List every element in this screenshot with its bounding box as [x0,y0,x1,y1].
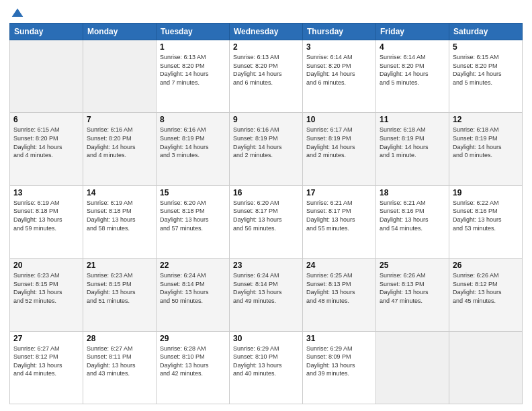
day-cell: 10Sunrise: 6:17 AM Sunset: 8:19 PM Dayli… [303,113,376,185]
week-row-3: 13Sunrise: 6:19 AM Sunset: 8:18 PM Dayli… [10,185,523,258]
day-cell: 24Sunrise: 6:25 AM Sunset: 8:13 PM Dayli… [303,259,376,331]
day-cell: 7Sunrise: 6:16 AM Sunset: 8:20 PM Daylig… [83,113,157,185]
day-number: 21 [87,261,152,270]
week-row-1: 1Sunrise: 6:13 AM Sunset: 8:20 PM Daylig… [10,40,523,113]
day-info: Sunrise: 6:13 AM Sunset: 8:20 PM Dayligh… [160,53,226,87]
page: SundayMondayTuesdayWednesdayThursdayFrid… [0,0,532,411]
day-info: Sunrise: 6:28 AM Sunset: 8:10 PM Dayligh… [160,345,226,378]
day-cell: 9Sunrise: 6:16 AM Sunset: 8:19 PM Daylig… [230,113,303,185]
day-number: 7 [87,115,152,124]
day-cell: 20Sunrise: 6:23 AM Sunset: 8:15 PM Dayli… [10,259,83,331]
day-info: Sunrise: 6:23 AM Sunset: 8:15 PM Dayligh… [87,271,152,305]
day-info: Sunrise: 6:15 AM Sunset: 8:20 PM Dayligh… [453,53,519,87]
header [9,7,523,19]
weekday-friday: Friday [376,24,449,40]
day-info: Sunrise: 6:20 AM Sunset: 8:17 PM Dayligh… [233,199,299,232]
day-number: 4 [380,42,445,52]
day-info: Sunrise: 6:16 AM Sunset: 8:19 PM Dayligh… [233,126,299,159]
day-info: Sunrise: 6:27 AM Sunset: 8:11 PM Dayligh… [87,345,152,378]
day-number: 14 [87,188,152,197]
day-number: 2 [233,42,299,52]
weekday-header-row: SundayMondayTuesdayWednesdayThursdayFrid… [10,24,523,40]
weekday-wednesday: Wednesday [230,24,303,40]
day-cell: 18Sunrise: 6:21 AM Sunset: 8:16 PM Dayli… [376,185,449,258]
day-cell: 5Sunrise: 6:15 AM Sunset: 8:20 PM Daylig… [449,40,523,113]
day-number: 22 [160,261,226,270]
day-number: 27 [13,334,79,343]
day-cell: 3Sunrise: 6:14 AM Sunset: 8:20 PM Daylig… [303,40,376,113]
day-number: 13 [13,188,79,197]
day-number: 28 [87,334,152,343]
logo-text [9,7,24,20]
day-info: Sunrise: 6:24 AM Sunset: 8:14 PM Dayligh… [160,271,226,305]
day-info: Sunrise: 6:21 AM Sunset: 8:17 PM Dayligh… [306,199,372,232]
day-info: Sunrise: 6:27 AM Sunset: 8:12 PM Dayligh… [13,345,79,378]
day-number: 31 [306,334,372,343]
day-number: 5 [453,42,519,52]
day-cell: 8Sunrise: 6:16 AM Sunset: 8:19 PM Daylig… [157,113,230,185]
week-row-4: 20Sunrise: 6:23 AM Sunset: 8:15 PM Dayli… [10,259,523,331]
day-cell: 13Sunrise: 6:19 AM Sunset: 8:18 PM Dayli… [10,185,83,258]
day-info: Sunrise: 6:26 AM Sunset: 8:13 PM Dayligh… [380,271,445,305]
logo-icon [11,7,24,20]
day-number: 17 [306,188,372,197]
day-info: Sunrise: 6:29 AM Sunset: 8:10 PM Dayligh… [233,345,299,378]
day-number: 1 [160,42,226,52]
day-number: 10 [306,115,372,124]
day-info: Sunrise: 6:29 AM Sunset: 8:09 PM Dayligh… [306,345,372,378]
day-cell: 6Sunrise: 6:15 AM Sunset: 8:20 PM Daylig… [10,113,83,185]
day-info: Sunrise: 6:17 AM Sunset: 8:19 PM Dayligh… [306,126,372,159]
day-cell: 26Sunrise: 6:26 AM Sunset: 8:12 PM Dayli… [449,259,523,331]
day-cell [10,40,83,113]
day-cell: 4Sunrise: 6:14 AM Sunset: 8:20 PM Daylig… [376,40,449,113]
day-cell [83,40,157,113]
day-cell: 31Sunrise: 6:29 AM Sunset: 8:09 PM Dayli… [303,331,376,404]
day-cell [449,331,523,404]
day-cell: 19Sunrise: 6:22 AM Sunset: 8:16 PM Dayli… [449,185,523,258]
weekday-monday: Monday [83,24,157,40]
day-number: 24 [306,261,372,270]
day-cell [376,331,449,404]
day-cell: 14Sunrise: 6:19 AM Sunset: 8:18 PM Dayli… [83,185,157,258]
day-info: Sunrise: 6:21 AM Sunset: 8:16 PM Dayligh… [380,199,445,232]
day-number: 30 [233,334,299,343]
day-cell: 11Sunrise: 6:18 AM Sunset: 8:19 PM Dayli… [376,113,449,185]
day-info: Sunrise: 6:22 AM Sunset: 8:16 PM Dayligh… [453,199,519,232]
day-number: 26 [453,261,519,270]
day-cell: 12Sunrise: 6:18 AM Sunset: 8:19 PM Dayli… [449,113,523,185]
week-row-2: 6Sunrise: 6:15 AM Sunset: 8:20 PM Daylig… [10,113,523,185]
day-info: Sunrise: 6:19 AM Sunset: 8:18 PM Dayligh… [87,199,152,232]
day-cell: 28Sunrise: 6:27 AM Sunset: 8:11 PM Dayli… [83,331,157,404]
day-number: 20 [13,261,79,270]
day-info: Sunrise: 6:14 AM Sunset: 8:20 PM Dayligh… [306,53,372,87]
day-cell: 30Sunrise: 6:29 AM Sunset: 8:10 PM Dayli… [230,331,303,404]
day-cell: 25Sunrise: 6:26 AM Sunset: 8:13 PM Dayli… [376,259,449,331]
day-number: 3 [306,42,372,52]
day-cell: 1Sunrise: 6:13 AM Sunset: 8:20 PM Daylig… [157,40,230,113]
week-row-5: 27Sunrise: 6:27 AM Sunset: 8:12 PM Dayli… [10,331,523,404]
weekday-thursday: Thursday [303,24,376,40]
day-cell: 15Sunrise: 6:20 AM Sunset: 8:18 PM Dayli… [157,185,230,258]
day-cell: 16Sunrise: 6:20 AM Sunset: 8:17 PM Dayli… [230,185,303,258]
day-info: Sunrise: 6:19 AM Sunset: 8:18 PM Dayligh… [13,199,79,232]
day-cell: 29Sunrise: 6:28 AM Sunset: 8:10 PM Dayli… [157,331,230,404]
day-number: 6 [13,115,79,124]
weekday-sunday: Sunday [10,24,83,40]
day-number: 19 [453,188,519,197]
day-cell: 17Sunrise: 6:21 AM Sunset: 8:17 PM Dayli… [303,185,376,258]
day-number: 8 [160,115,226,124]
day-info: Sunrise: 6:16 AM Sunset: 8:19 PM Dayligh… [160,126,226,159]
weekday-saturday: Saturday [449,24,523,40]
day-cell: 27Sunrise: 6:27 AM Sunset: 8:12 PM Dayli… [10,331,83,404]
day-number: 16 [233,188,299,197]
day-cell: 2Sunrise: 6:13 AM Sunset: 8:20 PM Daylig… [230,40,303,113]
day-number: 9 [233,115,299,124]
day-info: Sunrise: 6:16 AM Sunset: 8:20 PM Dayligh… [87,126,152,159]
day-info: Sunrise: 6:14 AM Sunset: 8:20 PM Dayligh… [380,53,445,87]
day-number: 25 [380,261,445,270]
day-number: 15 [160,188,226,197]
day-info: Sunrise: 6:13 AM Sunset: 8:20 PM Dayligh… [233,53,299,87]
svg-marker-0 [12,9,24,17]
weekday-tuesday: Tuesday [157,24,230,40]
day-number: 29 [160,334,226,343]
